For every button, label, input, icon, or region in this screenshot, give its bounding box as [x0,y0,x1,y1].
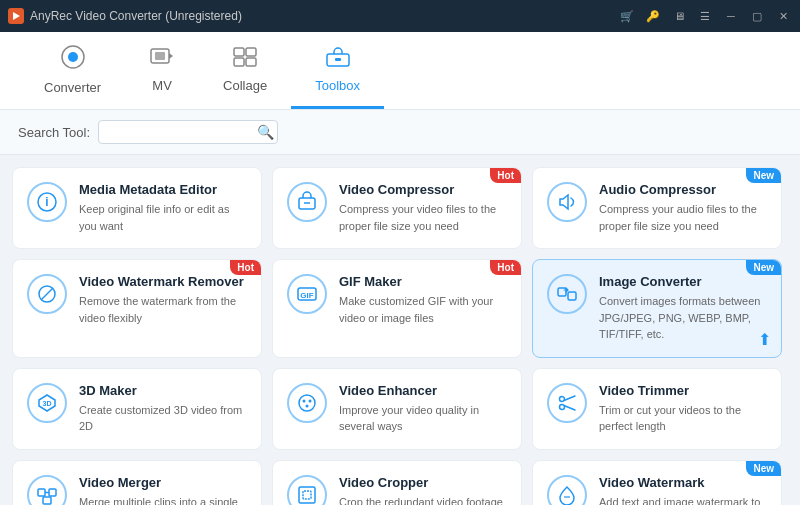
nav-converter-label: Converter [44,80,101,95]
cart-icon[interactable]: 🛒 [618,7,636,25]
tool-card-image-converter[interactable]: New Image Converter Convert images forma… [532,259,782,358]
search-label: Search Tool: [18,125,90,140]
toolbox-icon [325,46,351,74]
video-trimmer-desc: Trim or cut your videos to the perfect l… [599,402,767,435]
image-converter-icon [547,274,587,314]
svg-line-16 [41,288,53,300]
svg-rect-31 [49,489,56,496]
svg-rect-33 [43,497,51,504]
title-bar-left: AnyRec Video Converter (Unregistered) [8,8,242,24]
audio-compressor-icon [547,182,587,222]
video-watermark-text: Video Watermark Add text and image water… [599,475,767,506]
video-enhancer-text: Video Enhancer Improve your video qualit… [339,383,507,435]
video-enhancer-icon [287,383,327,423]
tool-card-video-merger[interactable]: Video Merger Merge multiple clips into a… [12,460,262,506]
video-watermark-remover-text: Video Watermark Remover Remove the water… [79,274,247,326]
video-cropper-title: Video Cropper [339,475,507,490]
search-bar: Search Tool: 🔍 [0,110,800,155]
audio-compressor-text: Audio Compressor Compress your audio fil… [599,182,767,234]
video-watermark-desc: Add text and image watermark to the vide… [599,494,767,506]
video-compressor-desc: Compress your video files to the proper … [339,201,507,234]
nav-toolbox[interactable]: Toolbox [291,32,384,109]
tool-card-gif-maker[interactable]: Hot GIF GIF Maker Make customized GIF wi… [272,259,522,358]
svg-rect-7 [234,58,244,66]
video-cropper-icon [287,475,327,506]
badge-hot: Hot [490,260,521,275]
gif-maker-icon: GIF [287,274,327,314]
search-input-wrap[interactable]: 🔍 [98,120,278,144]
3d-maker-desc: Create customized 3D video from 2D [79,402,247,435]
app-logo [8,8,24,24]
svg-rect-34 [299,487,315,503]
svg-rect-4 [155,52,165,60]
video-watermark-remover-title: Video Watermark Remover [79,274,247,289]
search-icon[interactable]: 🔍 [257,124,274,140]
svg-rect-10 [335,58,341,61]
video-watermark-remover-icon [27,274,67,314]
svg-line-28 [564,396,575,401]
svg-rect-6 [246,48,256,56]
video-enhancer-title: Video Enhancer [339,383,507,398]
3d-maker-text: 3D Maker Create customized 3D video from… [79,383,247,435]
maximize-button[interactable]: ▢ [748,7,766,25]
tool-card-video-cropper[interactable]: Video Cropper Crop the redundant video f… [272,460,522,506]
tool-card-video-compressor[interactable]: Hot Video Compressor Compress your video… [272,167,522,249]
search-input[interactable] [107,125,257,140]
badge-hot: Hot [230,260,261,275]
video-trimmer-title: Video Trimmer [599,383,767,398]
svg-text:3D: 3D [43,400,52,407]
svg-text:GIF: GIF [300,291,313,300]
monitor-icon[interactable]: 🖥 [670,7,688,25]
image-converter-desc: Convert images formats between JPG/JPEG,… [599,293,767,343]
media-metadata-editor-desc: Keep original file info or edit as you w… [79,201,247,234]
badge-new: New [746,260,781,275]
title-bar-controls: 🛒 🔑 🖥 ☰ ─ ▢ ✕ [618,7,792,25]
video-cropper-desc: Crop the redundant video footage [339,494,507,506]
audio-compressor-desc: Compress your audio files to the proper … [599,201,767,234]
badge-new: New [746,461,781,476]
menu-icon[interactable]: ☰ [696,7,714,25]
collage-icon [232,46,258,74]
tool-card-video-watermark-remover[interactable]: Hot Video Watermark Remover Remove the w… [12,259,262,358]
media-metadata-editor-text: Media Metadata Editor Keep original file… [79,182,247,234]
nav-collage-label: Collage [223,78,267,93]
gif-maker-desc: Make customized GIF with your video or i… [339,293,507,326]
svg-point-22 [299,395,315,411]
tool-card-video-trimmer[interactable]: Video Trimmer Trim or cut your videos to… [532,368,782,450]
image-converter-title: Image Converter [599,274,767,289]
video-trimmer-icon [547,383,587,423]
video-merger-text: Video Merger Merge multiple clips into a… [79,475,247,506]
svg-point-24 [309,399,312,402]
tool-card-3d-maker[interactable]: 3D 3D Maker Create customized 3D video f… [12,368,262,450]
close-button[interactable]: ✕ [774,7,792,25]
key-icon[interactable]: 🔑 [644,7,662,25]
video-compressor-title: Video Compressor [339,182,507,197]
video-merger-title: Video Merger [79,475,247,490]
video-enhancer-desc: Improve your video quality in several wa… [339,402,507,435]
3d-maker-title: 3D Maker [79,383,247,398]
gif-maker-title: GIF Maker [339,274,507,289]
media-metadata-editor-icon: i [27,182,67,222]
tool-card-video-watermark[interactable]: New Video Watermark Add text and image w… [532,460,782,506]
video-watermark-remover-desc: Remove the watermark from the video flex… [79,293,247,326]
nav-converter[interactable]: Converter [20,32,125,109]
tool-card-media-metadata-editor[interactable]: i Media Metadata Editor Keep original fi… [12,167,262,249]
tool-card-audio-compressor[interactable]: New Audio Compressor Compress your audio… [532,167,782,249]
scroll-to-top-icon[interactable]: ⬆ [758,330,771,349]
video-trimmer-text: Video Trimmer Trim or cut your videos to… [599,383,767,435]
minimize-button[interactable]: ─ [722,7,740,25]
svg-rect-8 [246,58,256,66]
tool-card-video-enhancer[interactable]: Video Enhancer Improve your video qualit… [272,368,522,450]
app-title: AnyRec Video Converter (Unregistered) [30,9,242,23]
svg-rect-19 [558,288,566,296]
nav-mv[interactable]: MV [125,32,199,109]
nav-collage[interactable]: Collage [199,32,291,109]
svg-line-29 [564,405,575,410]
svg-text:i: i [45,195,48,209]
video-merger-desc: Merge multiple clips into a single piece [79,494,247,506]
badge-hot: Hot [490,168,521,183]
nav-toolbox-label: Toolbox [315,78,360,93]
title-bar: AnyRec Video Converter (Unregistered) 🛒 … [0,0,800,32]
video-merger-icon [27,475,67,506]
svg-rect-30 [38,489,45,496]
